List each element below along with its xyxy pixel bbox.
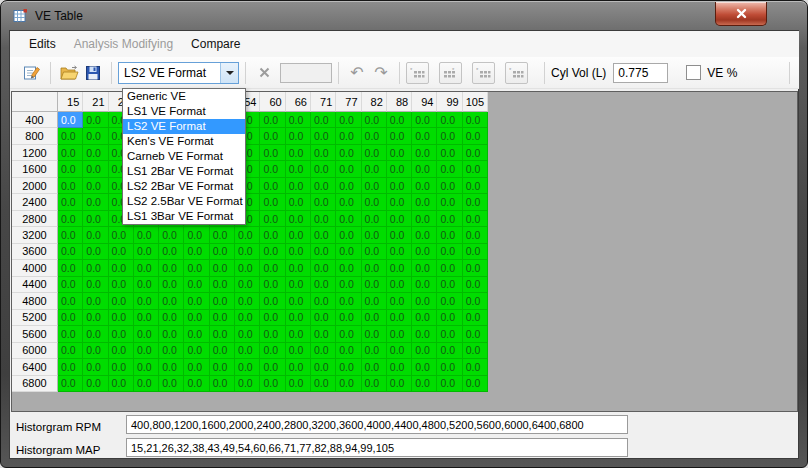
column-header[interactable]: 15	[58, 92, 83, 112]
table-cell[interactable]: 0.0	[260, 359, 285, 375]
table-cell[interactable]: 0.0	[387, 194, 412, 210]
table-cell[interactable]: 0.0	[437, 211, 462, 227]
table-cell[interactable]: 0.0	[463, 211, 488, 227]
table-cell[interactable]: 0.0	[260, 145, 285, 161]
table-cell[interactable]: 0.0	[286, 277, 311, 293]
table-cell[interactable]: 0.0	[235, 244, 260, 260]
table-cell[interactable]: 0.0	[387, 277, 412, 293]
combobox-dropdown-button[interactable]	[220, 63, 238, 83]
table-cell[interactable]: 0.0	[260, 194, 285, 210]
table-cell[interactable]: 0.0	[412, 343, 437, 359]
open-file-button[interactable]	[57, 61, 81, 85]
table-cell[interactable]: 0.0	[336, 112, 361, 128]
table-cell[interactable]: 0.0	[336, 211, 361, 227]
table-cell[interactable]: 0.0	[286, 359, 311, 375]
table-cell[interactable]: 0.0	[412, 359, 437, 375]
table-cell[interactable]: 0.0	[58, 178, 83, 194]
dropdown-option[interactable]: LS1 3Bar VE Format	[123, 209, 245, 224]
table-cell[interactable]: 0.0	[83, 277, 108, 293]
table-cell[interactable]: 0.0	[260, 112, 285, 128]
menu-item-compare[interactable]: Compare	[182, 33, 249, 55]
table-cell[interactable]: 0.0	[109, 376, 134, 392]
ve-percent-checkbox[interactable]	[686, 65, 701, 80]
table-cell[interactable]: 0.0	[184, 326, 209, 342]
table-cell[interactable]: 0.0	[235, 326, 260, 342]
table-cell[interactable]: 0.0	[134, 343, 159, 359]
table-cell[interactable]: 0.0	[286, 376, 311, 392]
table-cell[interactable]: 0.0	[412, 145, 437, 161]
table-cell[interactable]: 0.0	[412, 277, 437, 293]
table-cell[interactable]: 0.0	[210, 277, 235, 293]
table-cell[interactable]: 0.0	[58, 293, 83, 309]
table-cell[interactable]: 0.0	[235, 310, 260, 326]
table-cell[interactable]: 0.0	[235, 376, 260, 392]
table-cell[interactable]: 0.0	[286, 244, 311, 260]
table-cell[interactable]: 0.0	[83, 376, 108, 392]
table-cell[interactable]: 0.0	[286, 227, 311, 243]
table-cell[interactable]: 0.0	[210, 260, 235, 276]
table-cell[interactable]: 0.0	[210, 359, 235, 375]
table-cell[interactable]: 0.0	[235, 277, 260, 293]
table-cell[interactable]: 0.0	[184, 277, 209, 293]
table-cell[interactable]: 0.0	[134, 227, 159, 243]
table-cell[interactable]: 0.0	[336, 145, 361, 161]
table-cell[interactable]: 0.0	[286, 293, 311, 309]
table-cell[interactable]: 0.0	[412, 227, 437, 243]
table-cell[interactable]: 0.0	[412, 211, 437, 227]
table-cell[interactable]: 0.0	[362, 343, 387, 359]
table-cell[interactable]: 0.0	[463, 310, 488, 326]
table-cell[interactable]: 0.0	[134, 293, 159, 309]
table-cell[interactable]: 0.0	[109, 244, 134, 260]
column-header[interactable]: 21	[83, 92, 108, 112]
table-cell[interactable]: 0.0	[437, 277, 462, 293]
table-cell[interactable]: 0.0	[134, 359, 159, 375]
table-cell[interactable]: 0.0	[311, 293, 336, 309]
table-cell[interactable]: 0.0	[437, 293, 462, 309]
table-cell[interactable]: 0.0	[463, 260, 488, 276]
table-cell[interactable]: 0.0	[311, 227, 336, 243]
table-cell[interactable]: 0.0	[210, 293, 235, 309]
table-cell[interactable]: 0.0	[184, 293, 209, 309]
table-cell[interactable]: 0.0	[362, 359, 387, 375]
table-cell[interactable]: 0.0	[463, 326, 488, 342]
table-cell[interactable]: 0.0	[336, 277, 361, 293]
table-cell[interactable]: 0.0	[387, 326, 412, 342]
table-cell[interactable]: 0.0	[286, 161, 311, 177]
table-cell[interactable]: 0.0	[58, 227, 83, 243]
title-bar[interactable]: VE Table	[1, 1, 807, 30]
table-cell[interactable]: 0.0	[286, 211, 311, 227]
table-cell[interactable]: 0.0	[437, 244, 462, 260]
table-cell[interactable]: 0.0	[184, 310, 209, 326]
table-cell[interactable]: 0.0	[412, 128, 437, 144]
column-header[interactable]: 99	[437, 92, 462, 112]
table-cell[interactable]: 0.0	[58, 359, 83, 375]
dropdown-option[interactable]: LS2 VE Format	[123, 119, 245, 134]
table-cell[interactable]: 0.0	[83, 293, 108, 309]
table-cell[interactable]: 0.0	[412, 326, 437, 342]
table-cell[interactable]: 0.0	[109, 359, 134, 375]
table-cell[interactable]: 0.0	[58, 161, 83, 177]
table-cell[interactable]: 0.0	[159, 277, 184, 293]
row-header[interactable]: 1600	[12, 161, 58, 177]
table-cell[interactable]: 0.0	[260, 161, 285, 177]
dropdown-option[interactable]: LS2 2Bar VE Format	[123, 179, 245, 194]
table-cell[interactable]: 0.0	[159, 244, 184, 260]
table-cell[interactable]: 0.0	[83, 178, 108, 194]
row-header[interactable]: 3200	[12, 227, 58, 243]
table-cell[interactable]: 0.0	[83, 260, 108, 276]
column-header[interactable]: 60	[260, 92, 285, 112]
table-cell[interactable]: 0.0	[134, 376, 159, 392]
column-header[interactable]: 82	[362, 92, 387, 112]
table-cell[interactable]: 0.0	[311, 376, 336, 392]
table-cell[interactable]: 0.0	[336, 293, 361, 309]
table-cell[interactable]: 0.0	[463, 293, 488, 309]
table-cell[interactable]: 0.0	[437, 112, 462, 128]
table-cell[interactable]: 0.0	[362, 161, 387, 177]
table-cell[interactable]: 0.0	[109, 343, 134, 359]
table-cell[interactable]: 0.0	[83, 227, 108, 243]
row-header[interactable]: 2000	[12, 178, 58, 194]
table-cell[interactable]: 0.0	[362, 178, 387, 194]
table-cell[interactable]: 0.0	[463, 178, 488, 194]
table-cell[interactable]: 0.0	[109, 293, 134, 309]
table-cell[interactable]: 0.0	[210, 343, 235, 359]
